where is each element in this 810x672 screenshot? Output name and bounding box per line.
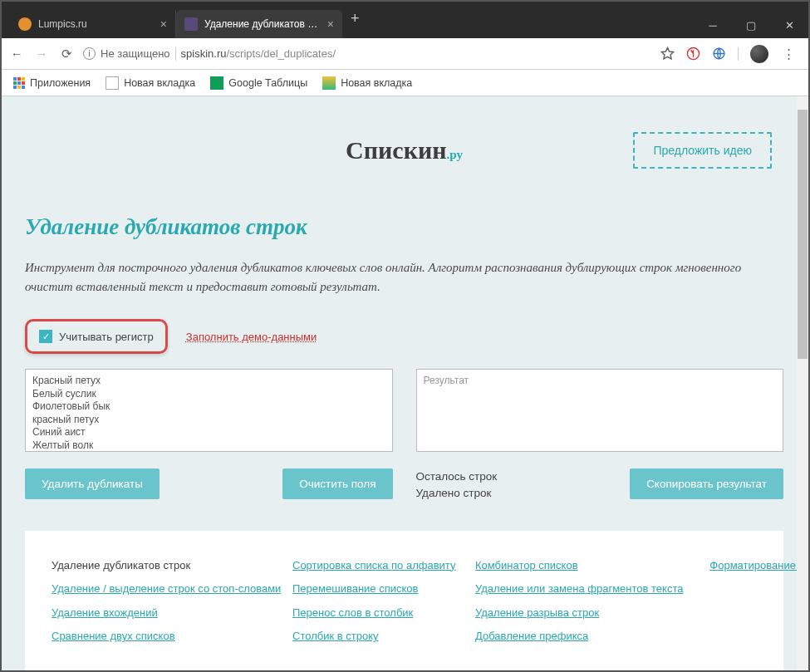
case-sensitive-option[interactable]: ✓ Учитывать регистр	[25, 319, 168, 354]
minimize-button[interactable]: ─	[694, 12, 732, 38]
image-icon	[322, 76, 336, 90]
url-field[interactable]: i Не защищено spiskin.ru/scripts/del_dup…	[83, 47, 652, 61]
bookmark-newtab-2[interactable]: Новая вкладка	[322, 76, 412, 90]
footer-link[interactable]: Добавление префикса	[475, 630, 588, 642]
bookmarks-bar: Приложения Новая вкладка Google Таблицы …	[2, 70, 808, 96]
window-controls: ─ ▢ ✕	[694, 12, 808, 38]
browser-titlebar: Lumpics.ru × Удаление дубликатов строк -…	[2, 2, 808, 38]
close-icon[interactable]: ×	[160, 17, 167, 31]
suggest-idea-button[interactable]: Предложить идею	[633, 132, 772, 169]
maximize-button[interactable]: ▢	[732, 12, 770, 38]
copy-result-button[interactable]: Скопировать результат	[630, 468, 783, 499]
clear-fields-button[interactable]: Очистить поля	[282, 468, 392, 499]
back-button[interactable]: ←	[8, 47, 25, 61]
footer-link[interactable]: Перенос слов в столбик	[292, 606, 413, 619]
site-logo[interactable]: Спискин.ру	[346, 136, 463, 164]
footer-link[interactable]: Удаление разрыва строк	[475, 606, 599, 619]
star-icon[interactable]	[660, 47, 675, 61]
page-icon	[106, 76, 119, 90]
url-text: spiskin.ru/scripts/del_duplicates/	[181, 47, 336, 60]
divider	[175, 47, 176, 61]
footer-links: Удаление дубликатов строк Удаление / выд…	[25, 531, 783, 671]
footer-link[interactable]: Сортировка списка по алфавиту	[292, 559, 455, 571]
scrollbar-track[interactable]	[797, 96, 808, 670]
browser-tab-1[interactable]: Lumpics.ru ×	[10, 10, 176, 38]
delete-duplicates-button[interactable]: Удалить дубликаты	[25, 468, 160, 499]
scrollbar-thumb[interactable]	[798, 110, 808, 359]
apps-shortcut[interactable]: Приложения	[13, 77, 91, 89]
page-content: Спискин.ру Предложить идею Удаление дубл…	[2, 96, 808, 670]
bookmark-sheets[interactable]: Google Таблицы	[210, 76, 307, 90]
checkbox-checked-icon[interactable]: ✓	[39, 330, 52, 343]
footer-link[interactable]: Перемешивание списков	[292, 582, 418, 595]
reload-button[interactable]: ⟳	[58, 47, 75, 61]
site-header: Спискин.ру Предложить идею	[25, 136, 783, 164]
divider	[738, 47, 739, 61]
options-row: ✓ Учитывать регистр Заполнить демо-данны…	[25, 319, 783, 354]
footer-link[interactable]: Удаление вхождений	[52, 606, 158, 619]
apps-icon	[13, 77, 25, 89]
sheets-icon	[210, 76, 223, 90]
favicon	[18, 17, 32, 31]
footer-link[interactable]: Столбик в строку	[292, 630, 379, 642]
page-description: Инструмент для построчного удаления дубл…	[25, 258, 756, 296]
stats-text: Осталось строк Удалено строк	[416, 468, 498, 503]
forward-button[interactable]: →	[33, 47, 50, 61]
input-textarea[interactable]	[25, 369, 393, 452]
footer-heading: Удаление дубликатов строк	[52, 554, 284, 578]
tab-label: Удаление дубликатов строк - у...	[204, 18, 322, 30]
globe-icon[interactable]	[712, 47, 726, 61]
browser-tab-2-active[interactable]: Удаление дубликатов строк - у... ×	[176, 10, 342, 38]
footer-link[interactable]: Комбинатор списков	[475, 559, 578, 571]
menu-icon[interactable]: ⋮	[780, 47, 797, 61]
profile-avatar[interactable]	[750, 45, 768, 63]
close-icon[interactable]: ×	[327, 17, 334, 31]
footer-link[interactable]: Сравнение двух списков	[52, 630, 175, 642]
close-button[interactable]: ✕	[770, 12, 808, 38]
footer-link[interactable]: Форматирование списка	[709, 559, 808, 571]
fill-demo-link[interactable]: Заполнить демо-данными	[186, 331, 317, 343]
page-title: Удаление дубликатов строк	[25, 214, 783, 240]
address-bar: ← → ⟳ i Не защищено spiskin.ru/scripts/d…	[2, 38, 808, 70]
favicon	[184, 17, 198, 31]
input-column: Удалить дубликаты Очистить поля	[25, 369, 393, 503]
yandex-icon[interactable]	[686, 47, 700, 61]
result-textarea[interactable]	[416, 369, 784, 452]
footer-link[interactable]: Удаление или замена фрагментов текста	[475, 582, 683, 595]
bookmark-newtab[interactable]: Новая вкладка	[106, 76, 195, 90]
new-tab-button[interactable]: +	[342, 10, 368, 27]
site-info-icon[interactable]: i	[83, 47, 96, 60]
tab-label: Lumpics.ru	[38, 18, 155, 30]
checkbox-label: Учитывать регистр	[59, 331, 154, 343]
footer-link[interactable]: Удаление / выделение строк со стоп-слова…	[52, 582, 281, 595]
security-status: Не защищено	[101, 47, 170, 60]
svg-marker-0	[661, 47, 673, 58]
output-column: Осталось строк Удалено строк Скопировать…	[416, 369, 784, 503]
